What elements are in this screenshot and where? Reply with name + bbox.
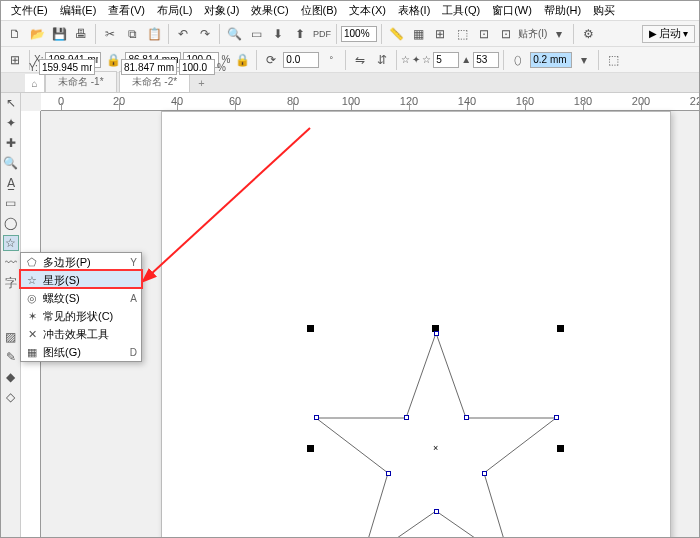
handle-ml[interactable] xyxy=(307,445,314,452)
circle-o-icon[interactable]: ° xyxy=(321,50,341,70)
ruler-icon[interactable]: 📏 xyxy=(386,24,406,44)
outline-pen-icon[interactable]: ⬯ xyxy=(508,50,528,70)
fitpage-icon[interactable]: ▭ xyxy=(246,24,266,44)
tab-add-button[interactable]: + xyxy=(192,74,210,92)
cut-icon[interactable]: ✂ xyxy=(100,24,120,44)
curve-tool-icon[interactable]: 〰 xyxy=(3,255,19,271)
lock-scale-icon[interactable]: 🔒 xyxy=(232,50,252,70)
menu-object[interactable]: 对象(J) xyxy=(198,1,245,20)
menu-bitmap[interactable]: 位图(B) xyxy=(295,1,344,20)
export-icon[interactable]: ⬆ xyxy=(290,24,310,44)
flyout-label: 冲击效果工具 xyxy=(43,327,121,342)
flyout-item-2[interactable]: ◎螺纹(S)A xyxy=(21,289,141,307)
menu-tools[interactable]: 工具(Q) xyxy=(436,1,486,20)
menu-buy[interactable]: 购买 xyxy=(587,1,621,20)
node[interactable] xyxy=(482,471,487,476)
flyout-label: 星形(S) xyxy=(43,273,121,288)
outline-width-input[interactable] xyxy=(530,52,572,68)
transparency-tool-icon[interactable]: ▨ xyxy=(3,329,19,345)
flyout-label: 常见的形状(C) xyxy=(43,309,121,324)
flyout-item-0[interactable]: ⬠多边形(P)Y xyxy=(21,253,141,271)
wrap-icon[interactable]: ⬚ xyxy=(603,50,623,70)
rectangle-tool-icon[interactable]: ▭ xyxy=(3,195,19,211)
node[interactable] xyxy=(434,509,439,514)
menu-effects[interactable]: 效果(C) xyxy=(245,1,294,20)
ellipse-tool-icon[interactable]: ◯ xyxy=(3,215,19,231)
menu-window[interactable]: 窗口(W) xyxy=(486,1,538,20)
node[interactable] xyxy=(464,415,469,420)
scale-y-input[interactable] xyxy=(179,59,215,75)
snap-dropdown[interactable]: 贴齐(I) xyxy=(518,27,547,41)
crop-tool-icon[interactable]: ✚ xyxy=(3,135,19,151)
search-icon[interactable]: 🔍 xyxy=(224,24,244,44)
paste-icon[interactable]: 📋 xyxy=(144,24,164,44)
gear-icon[interactable]: ⚙ xyxy=(578,24,598,44)
y-label: Y: xyxy=(29,62,38,73)
shape-tool-icon[interactable]: ✦ xyxy=(3,115,19,131)
zoom-tool-icon[interactable]: 🔍 xyxy=(3,155,19,171)
node[interactable] xyxy=(386,471,391,476)
guides-icon[interactable]: ⊞ xyxy=(430,24,450,44)
star-points-input[interactable] xyxy=(433,52,459,68)
copy-icon[interactable]: ⧉ xyxy=(122,24,142,44)
node[interactable] xyxy=(554,415,559,420)
rotation-input[interactable] xyxy=(283,52,319,68)
menu-file[interactable]: 文件(E) xyxy=(5,1,54,20)
folder-icon[interactable]: 📂 xyxy=(27,24,47,44)
outline-tool-icon[interactable]: ◇ xyxy=(3,389,19,405)
menu-layout[interactable]: 布局(L) xyxy=(151,1,198,20)
preset-icon[interactable]: ⊞ xyxy=(5,50,25,70)
menu-view[interactable]: 查看(V) xyxy=(102,1,151,20)
fill-tool-icon[interactable]: ◆ xyxy=(3,369,19,385)
menu-table[interactable]: 表格(I) xyxy=(392,1,436,20)
pick-tool-icon[interactable]: ↖ xyxy=(3,95,19,111)
flyout-icon: ⬠ xyxy=(25,256,39,269)
menu-edit[interactable]: 编辑(E) xyxy=(54,1,103,20)
menu-help[interactable]: 帮助(H) xyxy=(538,1,587,20)
undo-icon[interactable]: ↶ xyxy=(173,24,193,44)
flyout-item-1[interactable]: ☆星形(S) xyxy=(21,271,141,289)
y-position-input[interactable] xyxy=(39,59,95,75)
flyout-shortcut: Y xyxy=(125,257,137,268)
height-input[interactable] xyxy=(121,59,177,75)
outline-chevron-icon[interactable]: ▾ xyxy=(574,50,594,70)
more-icon[interactable]: ⊡ xyxy=(496,24,516,44)
node[interactable] xyxy=(434,331,439,336)
grid-icon[interactable]: ▦ xyxy=(408,24,428,44)
node[interactable] xyxy=(314,415,319,420)
handle-mr[interactable] xyxy=(557,445,564,452)
layers-icon[interactable]: ⬚ xyxy=(452,24,472,44)
mirror-h-icon[interactable]: ⇋ xyxy=(350,50,370,70)
freehand-tool-icon[interactable]: A̲ xyxy=(3,175,19,191)
save-icon[interactable]: 💾 xyxy=(49,24,69,44)
options-icon[interactable]: ⊡ xyxy=(474,24,494,44)
new-icon[interactable]: 🗋 xyxy=(5,24,25,44)
snap-chevron-icon[interactable]: ▾ xyxy=(549,24,569,44)
import-icon[interactable]: ⬇ xyxy=(268,24,288,44)
handle-tl[interactable] xyxy=(307,325,314,332)
svg-marker-0 xyxy=(316,333,556,537)
zoom-combo[interactable] xyxy=(341,26,377,42)
polygon-tool-icon[interactable]: ☆ xyxy=(3,235,19,251)
print-icon[interactable]: 🖶 xyxy=(71,24,91,44)
flyout-item-3[interactable]: ✶常见的形状(C) xyxy=(21,307,141,325)
text-tool-icon[interactable]: 字 xyxy=(3,275,19,291)
menu-text[interactable]: 文本(X) xyxy=(343,1,392,20)
eyedrop-tool-icon[interactable]: ✎ xyxy=(3,349,19,365)
handle-tr[interactable] xyxy=(557,325,564,332)
launch-button[interactable]: ▶ 启动 ▾ xyxy=(642,25,695,43)
mirror-v-icon[interactable]: ⇵ xyxy=(372,50,392,70)
flyout-shortcut: D xyxy=(125,347,137,358)
ruler-horizontal: 020406080100120140160180200220 xyxy=(41,93,699,111)
rotate-icon[interactable]: ⟳ xyxy=(261,50,281,70)
home-icon[interactable]: ⌂ xyxy=(25,74,45,92)
flyout-item-5[interactable]: ▦图纸(G)D xyxy=(21,343,141,361)
flyout-icon: ☆ xyxy=(25,274,39,287)
flyout-item-4[interactable]: ✕冲击效果工具 xyxy=(21,325,141,343)
redo-icon[interactable]: ↷ xyxy=(195,24,215,44)
star-shape[interactable] xyxy=(301,323,571,537)
pdf-icon[interactable]: PDF xyxy=(312,24,332,44)
node[interactable] xyxy=(404,415,409,420)
flyout-icon: ✕ xyxy=(25,328,39,341)
star-sharpness-input[interactable] xyxy=(473,52,499,68)
